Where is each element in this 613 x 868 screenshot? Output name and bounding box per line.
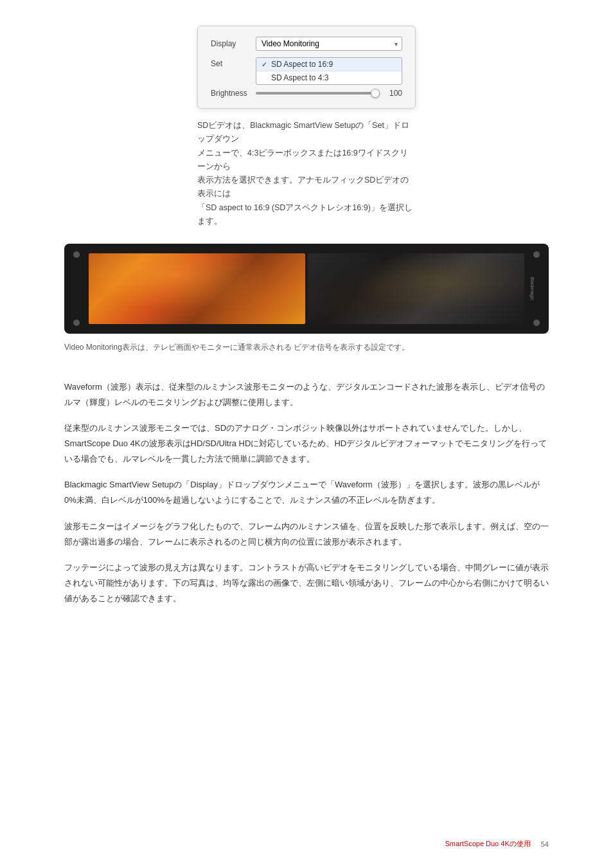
footer-page-number: 54 [541,840,549,848]
paragraph-2: 従来型のルミナンス波形モニターでは、SDのアナログ・コンポジット映像以外はサポー… [64,420,549,467]
set-option-16-9-label: SD Aspect to 16:9 [271,60,333,69]
monitor-screens [89,253,524,324]
display-label: Display [211,39,256,48]
monitor-screen-1 [89,253,305,324]
footer-brand: SmartScope Duo 4Kの使用 [445,839,530,849]
settings-dialog: Display Video Monitoring ▾ Set ✓ SD Aspe… [197,26,416,109]
rack-dot-br [533,320,540,326]
rack-dot-tl [73,251,80,258]
display-select[interactable]: Video Monitoring [256,37,402,51]
paragraph-1: Waveform（波形）表示は、従来型のルミナンス波形モニターのような、デジタル… [64,379,549,410]
rack-dot-bl [73,320,80,326]
paragraph-5: フッテージによって波形の見え方は異なります。コントラストが高いビデオをモニタリン… [64,560,549,606]
monitor-rack: Blackmagic [64,244,549,334]
paragraph-3: Blackmagic SmartView Setupの「Display」ドロップ… [64,477,549,508]
display-select-wrapper: Video Monitoring ▾ [256,37,402,51]
set-option-4-3-label: SD Aspect to 4:3 [271,73,328,82]
rack-logo: Blackmagic [530,277,535,300]
checkmark-icon: ✓ [262,60,268,69]
screen-crowd-content [89,253,305,324]
monitor-caption: Video Monitoring表示は、テレビ画面やモニターに通常表示される ビ… [64,341,549,354]
sd-description: SDビデオは、Blackmagic SmartView Setupの「Set」ド… [197,119,416,228]
set-option-4-3[interactable]: SD Aspect to 4:3 [256,71,402,84]
page-footer: SmartScope Duo 4Kの使用 54 [445,839,549,849]
monitor-screen-2 [308,253,524,324]
set-dropdown[interactable]: ✓ SD Aspect to 16:9 SD Aspect to 4:3 [256,57,402,85]
set-option-16-9[interactable]: ✓ SD Aspect to 16:9 [256,58,402,71]
brightness-slider[interactable] [256,92,380,95]
brightness-value: 100 [386,89,402,98]
rack-dot-tr [533,251,540,258]
brightness-label: Brightness [211,89,256,98]
screen-guitar-content [308,253,524,324]
set-label: Set [211,57,256,68]
set-row: Set ✓ SD Aspect to 16:9 SD Aspect to 4:3 [211,57,402,85]
paragraph-4: 波形モニターはイメージをグラフ化したもので、フレーム内のルミナンス値を、位置を反… [64,519,549,550]
display-row: Display Video Monitoring ▾ [211,37,402,51]
brightness-row: Brightness 100 [211,89,402,98]
